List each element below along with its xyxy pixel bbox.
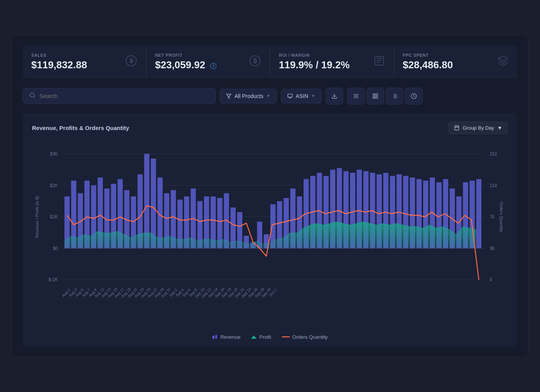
group-by-button[interactable]: Group By Day ▼ (448, 122, 508, 134)
stat-sales: SALES $119,832.88 (23, 46, 146, 78)
stat-roi-value: 119.9% / 19.2% (279, 59, 385, 71)
stat-roi-icon (373, 55, 385, 69)
stat-net-profit-icon (249, 55, 261, 70)
stat-net-profit: NET PROFIT $23,059.92 i (147, 46, 270, 78)
stat-ppc-icon (497, 55, 509, 69)
svg-rect-137 (215, 335, 217, 339)
download-button[interactable] (326, 88, 343, 105)
stat-sales-icon (125, 55, 137, 70)
svg-text:$0: $0 (53, 245, 58, 251)
stats-row: SALES $119,832.88 NET PROFIT $23,059.92 … (23, 46, 517, 78)
search-box[interactable] (23, 88, 216, 104)
chart-container: $3K $2K $1K $0 $-1K 152 114 76 38 0 Orde… (32, 138, 508, 331)
chart-section: Revenue, Profits & Orders Quantity Group… (23, 113, 517, 346)
svg-text:76: 76 (489, 214, 494, 219)
stat-roi-label: ROI / MARGIN (279, 53, 385, 57)
chevron-down-icon-group: ▼ (497, 125, 502, 131)
dashboard: SALES $119,832.88 NET PROFIT $23,059.92 … (12, 35, 528, 357)
stat-roi-margin: ROI / MARGIN 119.9% / 19.2% (270, 46, 393, 78)
search-icon (29, 92, 35, 100)
list-view-button[interactable] (347, 88, 365, 105)
chevron-down-icon: ▼ (267, 94, 270, 98)
svg-text:$-1K: $-1K (49, 277, 58, 282)
svg-rect-2 (375, 56, 384, 65)
chart-svg: $3K $2K $1K $0 $-1K 152 114 76 38 0 Orde… (32, 138, 508, 331)
svg-rect-11 (373, 96, 375, 98)
view-toggle-group (347, 88, 423, 105)
svg-point-3 (30, 93, 34, 97)
stat-sales-value: $119,832.88 (31, 59, 137, 71)
legend-profit: Profit (251, 334, 271, 340)
chart-title: Revenue, Profits & Orders Quantity (32, 125, 129, 131)
legend-revenue: Revenue (212, 334, 240, 340)
stat-net-profit-value: $23,059.92 i (155, 59, 261, 71)
all-products-button[interactable]: All Products ▼ (219, 89, 277, 103)
svg-rect-10 (376, 94, 378, 96)
svg-text:0: 0 (489, 277, 492, 282)
svg-text:Revenue / Profit (in $): Revenue / Profit (in $) (35, 196, 40, 238)
svg-rect-103 (476, 179, 481, 248)
info-icon[interactable]: i (210, 63, 216, 69)
svg-rect-5 (288, 94, 292, 97)
svg-text:38: 38 (489, 245, 494, 251)
chart-header: Revenue, Profits & Orders Quantity Group… (32, 122, 508, 134)
stat-ppc-label: PPC SPENT (403, 53, 509, 57)
svg-text:$3K: $3K (50, 151, 58, 156)
svg-text:114: 114 (489, 182, 497, 188)
svg-text:152: 152 (489, 151, 497, 156)
svg-marker-138 (251, 335, 256, 339)
search-input[interactable] (39, 93, 209, 99)
svg-rect-20 (455, 126, 459, 130)
svg-marker-4 (226, 94, 231, 98)
svg-rect-9 (373, 94, 375, 96)
stat-sales-label: SALES (31, 53, 137, 57)
chart-legend: Revenue Profit Orders Quantity (32, 334, 508, 340)
stat-net-profit-label: NET PROFIT (155, 53, 261, 57)
svg-rect-12 (376, 96, 378, 98)
stat-ppc-value: $28,486.80 (403, 59, 509, 71)
clock-view-button[interactable] (405, 88, 423, 105)
chevron-down-icon-asin: ▼ (311, 94, 315, 98)
toolbar: All Products ▼ ASIN ▼ (23, 88, 517, 105)
detail-view-button[interactable] (386, 88, 403, 105)
stat-ppc-spent: PPC SPENT $28,486.80 (394, 46, 517, 78)
svg-text:Orders Quantity: Orders Quantity (499, 201, 504, 232)
svg-text:$2K: $2K (50, 182, 58, 188)
legend-orders: Orders Quantity (282, 334, 328, 340)
asin-button[interactable]: ASIN ▼ (281, 89, 322, 103)
group-by-label: Group By Day (462, 125, 494, 131)
grid-view-button[interactable] (366, 88, 384, 105)
svg-rect-136 (213, 336, 214, 339)
svg-text:$1K: $1K (50, 214, 58, 219)
